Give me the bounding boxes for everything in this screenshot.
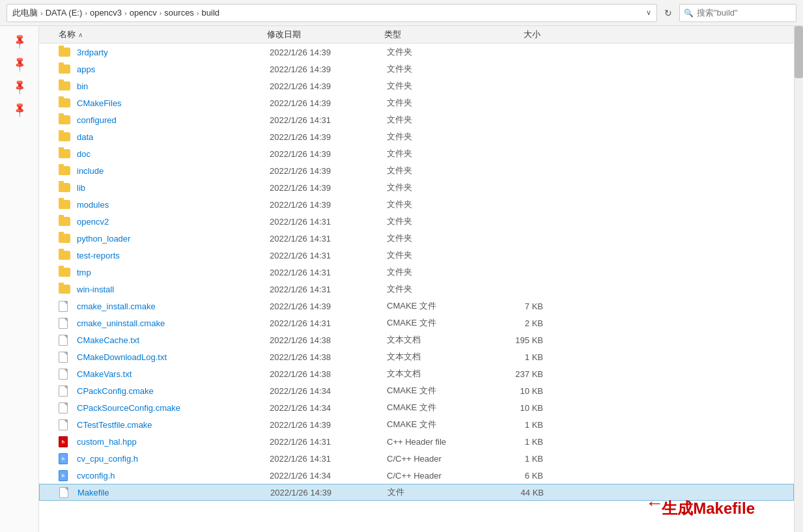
table-row[interactable]: doc2022/1/26 14:39文件夹 — [39, 145, 794, 162]
breadcrumb-drive[interactable]: DATA (E:) — [46, 8, 83, 18]
table-row[interactable]: CTestTestfile.cmake2022/1/26 14:39CMAKE … — [39, 416, 794, 433]
file-date: 2022/1/26 14:31 — [270, 318, 387, 328]
file-type: C/C++ Header — [387, 471, 491, 481]
table-row[interactable]: 3rdparty2022/1/26 14:39文件夹 — [39, 44, 794, 61]
breadcrumb-opencv[interactable]: opencv — [130, 8, 157, 18]
pin-icon-3[interactable]: 📌 — [7, 74, 32, 100]
file-name[interactable]: bin — [77, 81, 270, 91]
table-row[interactable]: data2022/1/26 14:39文件夹 — [39, 128, 794, 145]
breadcrumb-opencv3[interactable]: opencv3 — [90, 8, 122, 18]
file-name[interactable]: custom_hal.hpp — [77, 437, 270, 447]
file-date: 2022/1/26 14:39 — [270, 488, 387, 497]
table-row[interactable]: cmake_uninstall.cmake2022/1/26 14:31CMAK… — [39, 315, 794, 331]
file-size: 1 KB — [491, 454, 543, 464]
table-row[interactable]: CPackConfig.cmake2022/1/26 14:34CMAKE 文件… — [39, 382, 794, 399]
breadcrumb-sources[interactable]: sources — [164, 8, 194, 18]
file-name[interactable]: CPackSourceConfig.cmake — [77, 403, 270, 413]
table-row[interactable]: Makefile2022/1/26 14:39文件44 KB — [39, 484, 794, 501]
search-icon: 🔍 — [684, 8, 694, 18]
pin-icon-2[interactable]: 📌 — [7, 51, 32, 77]
table-row[interactable]: CMakeFiles2022/1/26 14:39文件夹 — [39, 94, 794, 111]
column-headers: 名称 ∧ 修改日期 类型 大小 — [39, 26, 794, 44]
search-input[interactable] — [697, 8, 788, 18]
file-date: 2022/1/26 14:39 — [270, 301, 387, 311]
table-row[interactable]: win-install2022/1/26 14:31文件夹 — [39, 281, 794, 298]
file-name[interactable]: apps — [77, 64, 270, 74]
table-row[interactable]: python_loader2022/1/26 14:31文件夹 — [39, 230, 794, 247]
table-row[interactable]: hcustom_hal.hpp2022/1/26 14:31C++ Header… — [39, 433, 794, 450]
file-name[interactable]: Makefile — [77, 488, 270, 497]
table-row[interactable]: CPackSourceConfig.cmake2022/1/26 14:34CM… — [39, 399, 794, 416]
file-name[interactable]: include — [77, 166, 270, 176]
file-name[interactable]: tmp — [77, 268, 270, 277]
file-name[interactable]: CMakeFiles — [77, 98, 270, 108]
scrollbar-thumb[interactable] — [795, 26, 803, 78]
annotation-text: 生成Makefile — [662, 498, 755, 519]
h-header-icon: h — [59, 470, 68, 481]
file-name[interactable]: doc — [77, 149, 270, 159]
file-date: 2022/1/26 14:39 — [270, 149, 387, 159]
folder-icon — [59, 64, 70, 74]
table-row[interactable]: bin2022/1/26 14:39文件夹 — [39, 77, 794, 94]
file-name[interactable]: data — [77, 132, 270, 142]
table-row[interactable]: CMakeDownloadLog.txt2022/1/26 14:38文本文档1… — [39, 348, 794, 365]
table-row[interactable]: cmake_install.cmake2022/1/26 14:39CMAKE … — [39, 298, 794, 315]
file-list-area[interactable]: 名称 ∧ 修改日期 类型 大小 3rdparty2022/1/26 14:39文… — [39, 26, 794, 532]
file-name[interactable]: test-reports — [77, 251, 270, 260]
file-name[interactable]: 3rdparty — [77, 48, 270, 57]
file-date: 2022/1/26 14:31 — [270, 285, 387, 294]
file-size: 2 KB — [491, 318, 543, 328]
file-date: 2022/1/26 14:31 — [270, 234, 387, 244]
breadcrumb-sep-1: › — [40, 9, 43, 17]
table-row[interactable]: hcvconfig.h2022/1/26 14:34C/C++ Header6 … — [39, 467, 794, 484]
file-name[interactable]: CMakeVars.txt — [77, 369, 270, 379]
column-header-name[interactable]: 名称 ∧ — [59, 29, 267, 40]
breadcrumb-build[interactable]: build — [202, 8, 219, 18]
refresh-button[interactable]: ↻ — [661, 6, 675, 20]
file-name[interactable]: cmake_uninstall.cmake — [77, 318, 270, 328]
column-header-date[interactable]: 修改日期 — [267, 29, 384, 40]
file-name[interactable]: cmake_install.cmake — [77, 301, 270, 311]
file-name[interactable]: CMakeDownloadLog.txt — [77, 352, 270, 362]
file-name[interactable]: configured — [77, 115, 270, 125]
table-row[interactable]: apps2022/1/26 14:39文件夹 — [39, 61, 794, 77]
scrollbar[interactable] — [794, 26, 803, 532]
file-type: 文本文档 — [387, 351, 491, 363]
file-name[interactable]: cv_cpu_config.h — [77, 454, 270, 464]
breadcrumb[interactable]: 此电脑 › DATA (E:) › opencv3 › opencv › sou… — [7, 4, 657, 22]
file-name[interactable]: python_loader — [77, 234, 270, 244]
column-header-type[interactable]: 类型 — [384, 29, 488, 40]
table-row[interactable]: CMakeCache.txt2022/1/26 14:38文本文档195 KB — [39, 331, 794, 348]
main-area: 📌 📌 📌 📌 名称 ∧ 修改日期 类型 大小 3rdparty2022/1/2… — [0, 26, 803, 532]
table-row[interactable]: opencv22022/1/26 14:31文件夹 — [39, 213, 794, 230]
file-name[interactable]: lib — [77, 183, 270, 193]
file-date: 2022/1/26 14:31 — [270, 437, 387, 447]
table-row[interactable]: include2022/1/26 14:39文件夹 — [39, 162, 794, 179]
pin-icon-1[interactable]: 📌 — [7, 29, 32, 54]
file-type: 文件夹 — [387, 97, 491, 109]
table-row[interactable]: test-reports2022/1/26 14:31文件夹 — [39, 247, 794, 264]
breadcrumb-computer[interactable]: 此电脑 — [12, 7, 38, 19]
chevron-down-icon[interactable]: ∨ — [646, 8, 651, 17]
table-row[interactable]: hcv_cpu_config.h2022/1/26 14:31C/C++ Hea… — [39, 450, 794, 467]
table-row[interactable]: modules2022/1/26 14:39文件夹 — [39, 196, 794, 213]
file-name[interactable]: CMakeCache.txt — [77, 335, 270, 345]
table-row[interactable]: configured2022/1/26 14:31文件夹 — [39, 111, 794, 128]
table-row[interactable]: CMakeVars.txt2022/1/26 14:38文本文档237 KB — [39, 365, 794, 382]
folder-icon — [59, 251, 70, 260]
file-name[interactable]: CTestTestfile.cmake — [77, 420, 270, 430]
table-row[interactable]: tmp2022/1/26 14:31文件夹 — [39, 264, 794, 281]
column-header-size[interactable]: 大小 — [488, 29, 541, 40]
file-name[interactable]: cvconfig.h — [77, 471, 270, 481]
table-row[interactable]: lib2022/1/26 14:39文件夹 — [39, 179, 794, 196]
pin-icon-4[interactable]: 📌 — [7, 97, 32, 122]
file-name[interactable]: win-install — [77, 285, 270, 294]
file-name[interactable]: modules — [77, 200, 270, 210]
file-icon — [59, 419, 68, 430]
folder-icon — [59, 268, 70, 277]
file-name[interactable]: CPackConfig.cmake — [77, 386, 270, 396]
file-name[interactable]: opencv2 — [77, 217, 270, 227]
file-icon — [59, 301, 68, 312]
file-type: CMAKE 文件 — [387, 419, 491, 430]
address-bar: 此电脑 › DATA (E:) › opencv3 › opencv › sou… — [0, 0, 803, 26]
